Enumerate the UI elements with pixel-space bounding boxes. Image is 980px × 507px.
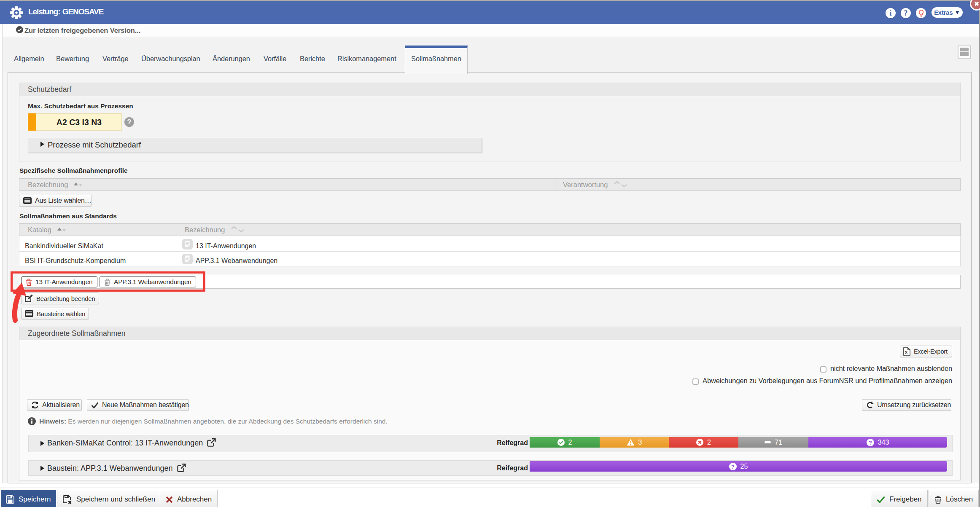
svg-text:?: ? bbox=[731, 463, 735, 469]
svg-text:?: ? bbox=[869, 439, 872, 445]
